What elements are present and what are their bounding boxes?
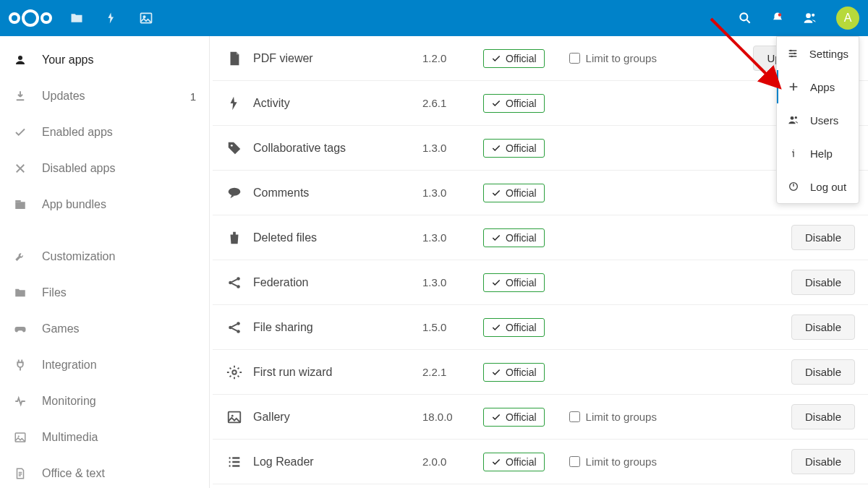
limit-checkbox[interactable]	[569, 456, 580, 467]
app-version: 2.0.0	[422, 455, 473, 468]
disable-button[interactable]: Disable	[791, 314, 855, 340]
sidebar-category-integration[interactable]: Integration	[0, 347, 209, 383]
pdf-icon	[226, 50, 243, 67]
svg-point-24	[791, 56, 793, 58]
sidebar-item-enabled apps[interactable]: Enabled apps	[0, 114, 209, 150]
limit-label: Limit to groups	[586, 52, 657, 64]
sidebar-category-monitoring[interactable]: Monitoring	[0, 383, 209, 419]
app-name[interactable]: Gallery	[253, 411, 412, 424]
app-name[interactable]: Deleted files	[253, 231, 412, 244]
header-nav-icons	[69, 11, 153, 25]
menu-apps[interactable]: Apps	[777, 70, 859, 103]
folder-icon	[13, 286, 27, 300]
download-icon	[13, 89, 27, 103]
menu-users[interactable]: Users	[777, 103, 859, 137]
menu-settings[interactable]: Settings	[777, 37, 859, 70]
app-row: First run wizard 2.2.1 Official Disable	[213, 350, 868, 395]
app-name[interactable]: Federation	[253, 276, 412, 289]
app-name[interactable]: Collaborative tags	[253, 142, 412, 155]
official-badge: Official	[483, 408, 545, 427]
svg-rect-7	[15, 202, 25, 209]
app-name[interactable]: Comments	[253, 187, 412, 200]
app-name[interactable]: File sharing	[253, 321, 412, 334]
svg-point-22	[790, 50, 792, 52]
menu-help[interactable]: Help	[777, 137, 859, 170]
sidebar-item-label: Disabled apps	[42, 162, 196, 175]
svg-point-12	[229, 187, 241, 195]
svg-rect-8	[15, 200, 21, 202]
svg-point-6	[18, 56, 22, 60]
official-badge: Official	[483, 94, 545, 113]
app-row: Federation 1.3.0 Official Disable	[213, 260, 868, 305]
disable-button[interactable]: Disable	[791, 359, 855, 385]
gallery-icon[interactable]	[139, 11, 153, 25]
plus-icon	[787, 80, 800, 93]
svg-point-5	[812, 14, 814, 17]
app-header: A	[0, 0, 868, 36]
pulse-icon	[13, 394, 27, 408]
power-icon	[787, 180, 800, 193]
x-icon	[13, 161, 27, 176]
sidebar-item-label: Integration	[42, 359, 196, 372]
app-row: File sharing 1.5.0 Official Disable	[213, 305, 868, 350]
sidebar-category-office-text[interactable]: Office & text	[0, 455, 209, 488]
official-badge: Official	[483, 273, 545, 292]
app-version: 1.3.0	[422, 142, 473, 154]
contacts-icon[interactable]	[803, 11, 817, 25]
app-name[interactable]: Log Reader	[253, 455, 412, 468]
sidebar-item-your apps[interactable]: Your apps	[0, 42, 209, 78]
app-name[interactable]: First run wizard	[253, 366, 412, 379]
limit-to-groups[interactable]: Limit to groups	[569, 411, 699, 423]
sidebar-item-label: Customization	[42, 250, 196, 263]
app-version: 1.3.0	[422, 276, 473, 288]
check-icon	[13, 125, 27, 140]
sidebar-item-label: Monitoring	[42, 395, 196, 408]
app-version: 1.3.0	[422, 231, 473, 244]
app-version: 1.5.0	[422, 321, 473, 333]
app-name[interactable]: Activity	[253, 97, 412, 110]
app-row: Comments 1.3.0 Official	[213, 171, 868, 215]
user-icon	[13, 53, 27, 67]
notifications-icon[interactable]	[771, 12, 784, 25]
sidebar-item-label: Games	[42, 322, 196, 335]
limit-checkbox[interactable]	[569, 411, 580, 422]
app-row: Activity 2.6.1 Official	[213, 81, 868, 126]
svg-point-25	[791, 116, 794, 120]
bolt-icon	[226, 95, 243, 112]
svg-point-10	[18, 435, 20, 437]
comment-icon	[226, 184, 243, 202]
official-badge: Official	[483, 184, 545, 202]
sidebar-item-updates[interactable]: Updates 1	[0, 78, 209, 114]
user-menu-dropdown: Settings Apps Users Help Log out	[776, 36, 859, 204]
search-icon[interactable]	[738, 11, 752, 25]
app-version: 2.2.1	[422, 366, 473, 378]
menu-label: Apps	[810, 81, 835, 93]
sidebar-category-games[interactable]: Games	[0, 311, 209, 347]
disable-button[interactable]: Disable	[791, 404, 855, 429]
nextcloud-logo[interactable]	[9, 9, 52, 27]
sidebar-category-files[interactable]: Files	[0, 275, 209, 311]
svg-point-26	[795, 116, 797, 119]
disable-button[interactable]: Disable	[791, 449, 855, 474]
sidebar-category-customization[interactable]: Customization	[0, 239, 209, 275]
disable-button[interactable]: Disable	[791, 270, 855, 295]
sidebar-item-disabled apps[interactable]: Disabled apps	[0, 150, 209, 187]
limit-to-groups[interactable]: Limit to groups	[569, 52, 699, 64]
user-avatar[interactable]: A	[836, 7, 859, 30]
sidebar-category-multimedia[interactable]: Multimedia	[0, 419, 209, 455]
menu-log out[interactable]: Log out	[777, 170, 859, 203]
app-name[interactable]: PDF viewer	[253, 52, 412, 65]
trash-icon	[226, 229, 243, 247]
activity-icon[interactable]	[104, 11, 119, 25]
official-badge: Official	[483, 228, 545, 247]
sidebar-item-app bundles[interactable]: App bundles	[0, 187, 209, 223]
app-version: 2.6.1	[422, 97, 473, 109]
disable-button[interactable]: Disable	[791, 225, 855, 250]
official-badge: Official	[483, 453, 545, 471]
limit-checkbox[interactable]	[569, 53, 580, 64]
svg-point-4	[806, 13, 811, 18]
info-icon	[787, 147, 800, 160]
sidebar-item-label: Updates	[42, 90, 176, 103]
files-icon[interactable]	[69, 11, 84, 25]
limit-to-groups[interactable]: Limit to groups	[569, 455, 699, 468]
